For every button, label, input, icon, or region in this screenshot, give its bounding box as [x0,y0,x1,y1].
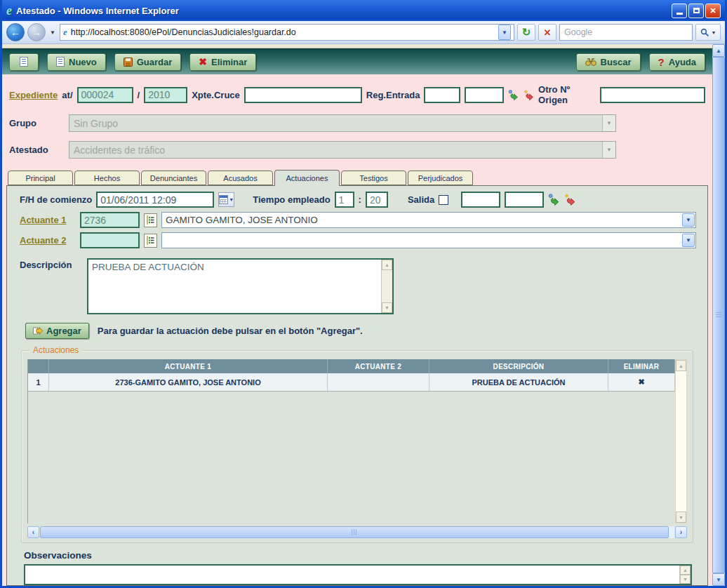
address-field[interactable]: e http://localhost:8080/ePol/DenunciasJu… [60,24,514,41]
tiempo-minutos-input[interactable] [366,192,388,208]
browser-window: e Atestado - Windows Internet Explorer ✕… [0,0,727,588]
maximize-button[interactable] [688,4,704,18]
nav-history-dropdown[interactable]: ▼ [50,29,55,36]
descripcion-row: Descripción PRUEBA DE ACTUACIÓN ▲ ▼ [7,258,707,314]
salida-checkbox[interactable] [439,195,448,205]
refresh-button[interactable]: ↻ [517,24,535,41]
actuante1-combo[interactable]: GAMITO GAMITO, JOSE ANTONIO ▼ [161,212,696,228]
descripcion-textarea[interactable]: PRUEBA DE ACTUACIÓN ▲ ▼ [87,258,394,314]
ayuda-button[interactable]: ? Ayuda [649,53,705,71]
grupo-select: Sin Grupo ▼ [69,114,616,132]
actuaciones-tablewrap: ACTUANTE 1 ACTUANTE 2 DESCRIPCIÓN ELIMIN… [27,359,687,523]
search-options-dropdown[interactable]: ▼ [712,30,716,35]
table-vertical-scrollbar[interactable]: ▲ ▼ [675,359,687,523]
header-descripcion: DESCRIPCIÓN [429,359,608,373]
actuante2-list-button[interactable] [144,234,157,248]
expediente-link[interactable]: Expediente [9,90,58,100]
minimize-icon [676,13,683,15]
tab-principal[interactable]: Principal [8,171,73,185]
vscroll-thumb[interactable] [712,57,725,573]
scroll-down-icon[interactable]: ▼ [712,573,725,586]
row-descripcion: PRUEBA DE ACTUACIÓN [429,373,608,391]
scroll-down-icon[interactable]: ▼ [680,575,691,584]
actuante2-dropdown-icon[interactable]: ▼ [682,234,695,247]
stop-button[interactable]: ✕ [538,24,556,41]
hscroll-thumb[interactable] [40,526,669,538]
actuante2-combo[interactable]: ▼ [161,232,696,248]
tab-actuaciones[interactable]: Actuaciones [274,170,340,186]
tiempo-horas-input[interactable] [335,192,354,208]
link-salida-icon[interactable] [548,194,560,206]
titlebar: e Atestado - Windows Internet Explorer ✕ [2,0,725,21]
add-arrow-icon [33,327,43,335]
table-horizontal-scrollbar[interactable]: ‹ › [27,526,687,538]
scroll-up-icon[interactable]: ▲ [680,566,691,575]
reg-entrada-year-input[interactable] [465,87,504,103]
actuante2-code-input[interactable] [80,232,140,248]
tab-denunciantes[interactable]: Denunciantes [141,171,206,185]
forward-button[interactable]: → [27,23,46,41]
observaciones-textarea[interactable]: ▲ ▼ [24,564,692,585]
tab-acusados[interactable]: Acusados [208,171,273,185]
buscar-button[interactable]: Buscar [576,53,641,71]
search-input[interactable]: Google [559,24,693,41]
actuante1-list-button[interactable] [144,213,157,227]
list-view-button[interactable] [9,53,39,71]
salida-fecha-input[interactable] [461,192,500,208]
tiempo-sep: : [359,194,361,205]
link-registro-icon[interactable] [508,89,519,101]
descripcion-scrollbar[interactable]: ▲ ▼ [381,260,392,313]
scroll-left-icon[interactable]: ‹ [27,526,39,538]
eliminar-button[interactable]: ✖ Eliminar [189,53,256,71]
observaciones-label: Observaciones [24,550,692,561]
address-dropdown-icon[interactable]: ▼ [498,25,511,40]
browser-vertical-scrollbar[interactable]: ▲ ▼ [712,44,725,586]
scroll-down-icon[interactable]: ▼ [382,302,392,313]
scroll-up-icon[interactable]: ▲ [712,44,725,57]
expediente-year-input[interactable] [144,87,187,103]
tab-hechos[interactable]: Hechos [74,171,140,185]
at-label: at/ [62,90,72,100]
scroll-up-icon[interactable]: ▲ [676,360,686,371]
row-actuante1: 2736-GAMITO GAMITO, JOSE ANTONIO [49,373,328,391]
scroll-up-icon[interactable]: ▲ [382,260,392,270]
otro-origen-label: Otro Nº Origen [538,84,596,105]
reg-entrada-num-input[interactable] [424,87,460,103]
guardar-button[interactable]: Guardar [114,53,182,71]
xpte-cruce-input[interactable] [244,87,362,103]
tab-testigos[interactable]: Testigos [341,171,406,185]
new-registro-icon[interactable] [523,89,534,101]
actuante2-link[interactable]: Actuante 2 [20,235,76,246]
nuevo-button[interactable]: Nuevo [47,53,106,71]
expediente-num-input[interactable] [77,87,133,103]
close-button[interactable]: ✕ [705,4,721,18]
tab-perjudicados[interactable]: Perjudicados [408,171,473,185]
observaciones-scrollbar[interactable]: ▲ ▼ [679,566,691,584]
table-row: 1 2736-GAMITO GAMITO, JOSE ANTONIO PRUEB… [28,373,675,392]
scroll-right-icon[interactable]: › [675,526,687,538]
ie-logo-icon: e [6,4,12,18]
delete-x-icon: ✖ [199,56,207,67]
actuante1-code-input[interactable] [80,212,140,228]
observaciones-section: Observaciones ▲ ▼ [24,550,692,585]
row-delete-button[interactable]: ✖ [608,373,675,391]
new-salida-icon[interactable] [564,194,576,206]
scroll-down-icon[interactable]: ▼ [676,512,686,523]
actuante1-link[interactable]: Actuante 1 [20,215,76,225]
grupo-row: Grupo Sin Grupo ▼ [9,114,705,132]
agregar-button[interactable]: Agregar [25,323,89,339]
calendar-button[interactable]: ▼ [218,192,234,207]
otro-origen-input[interactable] [600,87,705,103]
agregar-hint: Para guardar la actuación debe pulsar en… [98,326,363,336]
buscar-label: Buscar [601,57,632,67]
back-button[interactable]: ← [6,23,25,41]
grupo-dropdown-icon: ▼ [602,115,615,131]
minimize-button[interactable] [672,4,687,18]
search-button[interactable]: ▼ [695,24,721,41]
hscroll-track[interactable] [40,526,674,538]
fh-input[interactable] [96,192,214,208]
xpte-cruce-label: Xpte.Cruce [192,90,240,100]
maximize-icon [693,8,700,13]
salida-hora-input[interactable] [505,192,544,208]
actuante1-dropdown-icon[interactable]: ▼ [682,213,695,227]
